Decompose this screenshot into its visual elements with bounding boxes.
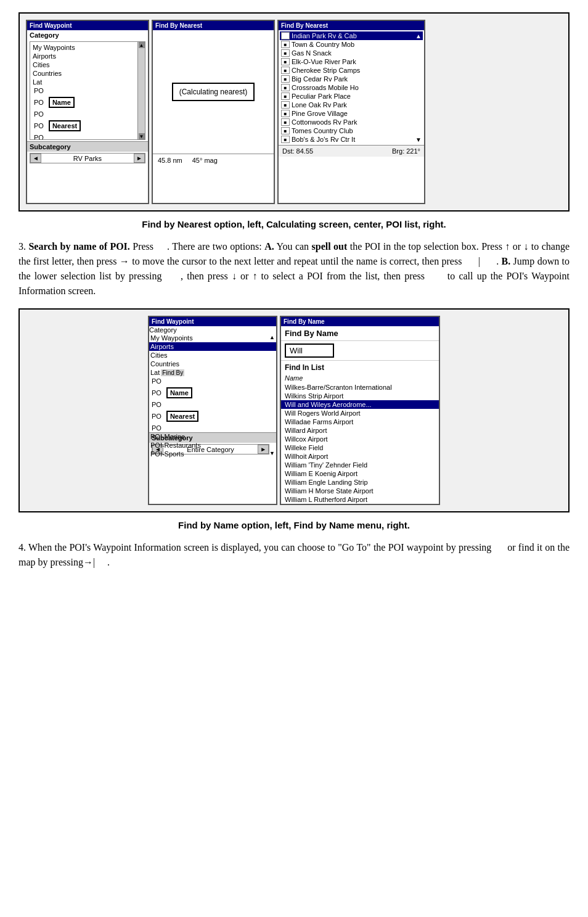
panel3-title: Find By Nearest: [279, 21, 424, 30]
poi-restaurants-bottom[interactable]: POI-Restaurants: [149, 441, 276, 450]
list-item[interactable]: Countries: [31, 69, 144, 78]
distance-value: 45.8 nm: [158, 157, 182, 164]
airport-item[interactable]: Willard Airport: [281, 426, 439, 435]
search-input-display[interactable]: Will: [285, 343, 334, 358]
poi-item[interactable]: ■ Peculiar Park Place: [280, 92, 423, 101]
scrollbar-top[interactable]: ▲ ▼: [137, 42, 145, 139]
airport-item-selected[interactable]: Will and Wileys Aerodrome...: [281, 400, 439, 409]
category-list-top[interactable]: My Waypoints Airports Cities Countries L…: [30, 41, 145, 140]
poi-item[interactable]: ■ Gas N Snack: [280, 49, 423, 57]
calculating-box: (Calculating nearest): [172, 83, 255, 101]
mag-value: 45° mag: [192, 157, 218, 164]
poi-text: Lone Oak Rv Park: [292, 101, 347, 109]
brg-value: Brg: 221°: [392, 147, 420, 155]
list-item[interactable]: My Waypoints ▲: [149, 334, 276, 342]
category-label-bottom: Category: [149, 326, 276, 334]
find-by-label-bottom: Find By: [161, 369, 184, 376]
scroll-up-top[interactable]: ▲: [139, 42, 145, 48]
scroll-up-poi[interactable]: ▲: [415, 33, 422, 39]
poi-item[interactable]: ■ Big Cedar Rv Park: [280, 75, 423, 83]
find-waypoint-panel-bottom: Find Waypoint Category My Waypoints ▲ Ai…: [148, 316, 277, 505]
poi-item[interactable]: ■ Cherokee Strip Camps: [280, 66, 423, 75]
poi-icon: ■: [281, 118, 290, 126]
poi-icon: ■: [281, 136, 290, 143]
poi-icon: ■: [281, 110, 290, 117]
category-list-bottom[interactable]: My Waypoints ▲ Airports Cities Countries…: [149, 334, 276, 432]
poi-text: Tomes Country Club: [292, 127, 353, 134]
po-row-b5: PO: [149, 424, 276, 432]
list-item[interactable]: My Waypoints: [31, 43, 144, 52]
poi-item[interactable]: ■ Pine Grove Village: [280, 109, 423, 118]
poi-list-area[interactable]: ■ Indian Park Rv & Cab ▲ ■ Town & Countr…: [279, 30, 424, 145]
list-item[interactable]: Countries: [149, 360, 276, 368]
body-text-2: You can: [274, 241, 312, 252]
airport-item[interactable]: William Engle Landing Strip: [281, 478, 439, 487]
po-label2: PO: [34, 99, 44, 106]
airport-item[interactable]: William L Rutherford Airport: [281, 495, 439, 504]
dst-bar: Dst: 84.55 Brg: 221°: [279, 145, 424, 157]
po-row5: PO: [31, 133, 144, 140]
subcategory-bar-top[interactable]: ◄ RV Parks ►: [30, 153, 145, 163]
poi-item[interactable]: ■ Bob's & Jo's Rv Ctr It ▼: [280, 135, 423, 144]
poi-item[interactable]: ■ Elk-O-Vue River Park: [280, 57, 423, 66]
po-label5: PO: [34, 134, 44, 140]
poi-icon: ■: [281, 93, 290, 100]
find-by-nearest-box-top[interactable]: Nearest: [49, 120, 81, 131]
poi-item[interactable]: ■ Lone Oak Rv Park: [280, 101, 423, 109]
po-row-b1: PO: [149, 377, 276, 385]
find-by-name-box-bottom[interactable]: Name: [166, 387, 192, 398]
airport-item[interactable]: Wilkes-Barre/Scranton International: [281, 383, 439, 392]
list-item[interactable]: Cities: [31, 60, 144, 69]
airport-item[interactable]: Will Rogers World Airport: [281, 409, 439, 417]
poi-sports-bottom[interactable]: POI-Sports ▼: [149, 450, 276, 458]
po-label: PO: [34, 87, 44, 94]
bottom-screenshot-container: Find Waypoint Category My Waypoints ▲ Ai…: [18, 308, 570, 512]
scroll-down-poi[interactable]: ▼: [415, 136, 422, 143]
po-row-name[interactable]: PO Name: [31, 95, 144, 110]
list-item[interactable]: Lat: [31, 78, 144, 86]
top-screenshot-container: Find Waypoint Category My Waypoints Airp…: [18, 12, 570, 212]
airport-item[interactable]: Willhoit Airport: [281, 452, 439, 461]
po-row-name-bottom[interactable]: PO Name: [149, 385, 276, 400]
list-item[interactable]: Cities: [149, 351, 276, 360]
poi-item[interactable]: ■ Cottonwoods Rv Park: [280, 118, 423, 126]
list-item[interactable]: Airports: [31, 52, 144, 60]
poi-item-selected[interactable]: ■ Indian Park Rv & Cab ▲: [280, 31, 423, 40]
po-row-nearest[interactable]: PO Nearest: [31, 118, 144, 133]
scroll-down-bottom-list[interactable]: ▼: [269, 450, 275, 456]
list-item-airports-highlighted[interactable]: Airports: [149, 342, 276, 351]
scroll-down-top[interactable]: ▼: [139, 133, 145, 139]
poi-text: Pine Grove Village: [292, 110, 348, 117]
find-by-nearest-calculating-panel: Find By Nearest (Calculating nearest) 45…: [152, 20, 275, 204]
airport-item[interactable]: William H Morse State Airport: [281, 487, 439, 495]
list-item-lat[interactable]: Lat Find By: [149, 368, 276, 377]
poi-text: Big Cedar Rv Park: [292, 75, 348, 83]
poi-item[interactable]: ■ Town & Country Mob: [280, 40, 423, 49]
airport-item[interactable]: Willeke Field: [281, 443, 439, 452]
airport-item[interactable]: William 'Tiny' Zehnder Field: [281, 461, 439, 469]
subcategory-label-top: Subcategory: [27, 141, 148, 152]
poi-text: Bob's & Jo's Rv Ctr It: [292, 136, 355, 143]
find-by-name-box-top[interactable]: Name: [49, 97, 75, 108]
airport-item[interactable]: William E Koenig Airport: [281, 469, 439, 478]
po-row3: PO: [31, 110, 144, 118]
scroll-up-bottom[interactable]: ▲: [269, 334, 275, 340]
airport-list[interactable]: Wilkes-Barre/Scranton International Wilk…: [281, 383, 439, 504]
airport-item[interactable]: Willadae Farms Airport: [281, 417, 439, 426]
option-a-bold: A.: [264, 241, 274, 252]
poi-item[interactable]: ■ Tomes Country Club: [280, 126, 423, 135]
po-row-nearest-bottom[interactable]: PO Nearest: [149, 409, 276, 424]
find-by-nearest-box-bottom[interactable]: Nearest: [166, 411, 198, 422]
body-paragraph-4: 4. When the POI's Waypoint Information s…: [18, 540, 570, 570]
body-paragraph-3: 3. Search by name of POI. Press . There …: [18, 239, 570, 298]
panel1-title: Find Waypoint: [27, 21, 148, 30]
poi-item[interactable]: ■ Crossroads Mobile Ho: [280, 83, 423, 92]
subcategory-arrow-left-top[interactable]: ◄: [30, 154, 41, 163]
poi-marine-bottom[interactable]: POI-Marine: [149, 432, 276, 441]
subcategory-arrow-right-top[interactable]: ►: [134, 154, 145, 163]
airport-item[interactable]: Wilkins Strip Airport: [281, 392, 439, 400]
airport-item[interactable]: Willcox Airport: [281, 435, 439, 443]
find-by-name-header: Find By Name: [281, 326, 439, 341]
po-label4: PO: [34, 122, 44, 130]
poi-icon: ■: [281, 84, 290, 91]
